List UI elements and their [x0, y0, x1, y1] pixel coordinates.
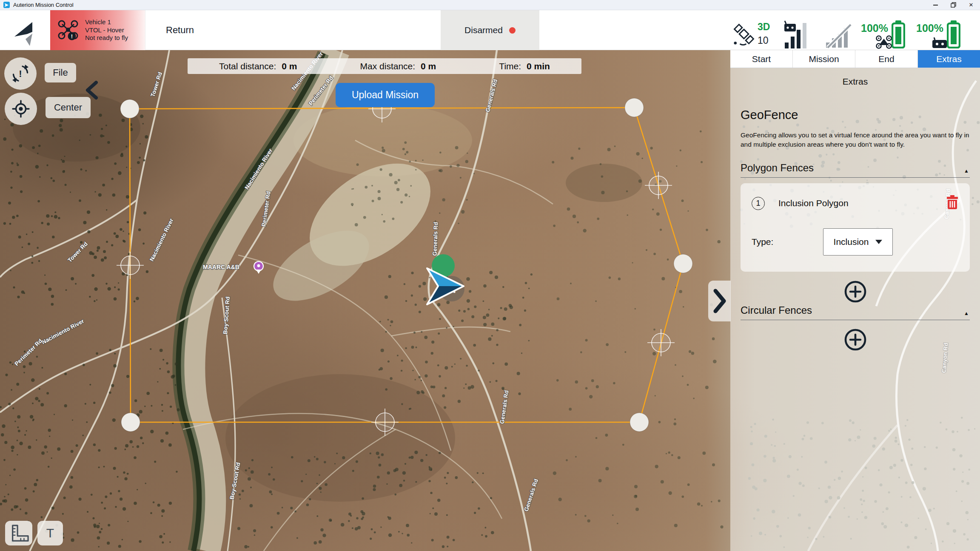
- return-button[interactable]: Return: [166, 10, 194, 50]
- road-label: Tower Rd: [149, 71, 163, 98]
- center-map-button[interactable]: Center: [46, 97, 91, 118]
- mission-stats-bar: Total distance:0 mMax distance:0 mTime:0…: [188, 58, 581, 74]
- geofence-title: GeoFence: [741, 108, 970, 122]
- drone-silhouette-icon: [875, 35, 892, 49]
- fence-vertex-handle[interactable]: [120, 99, 139, 118]
- gps-lock-status: 3D: [758, 21, 770, 33]
- tab-end[interactable]: End: [855, 50, 918, 68]
- circular-fences-label: Circular Fences: [741, 304, 812, 316]
- stat-item: Max distance:0 m: [360, 61, 436, 71]
- fence-index-badge: 1: [752, 197, 765, 210]
- svg-text:!: !: [71, 33, 73, 40]
- trash-icon: [946, 195, 959, 210]
- vehicle-status: Not ready to fly: [85, 34, 128, 42]
- plus-circle-icon: [843, 280, 867, 304]
- poi-label: MAARC A&B: [203, 264, 239, 270]
- fence-midpoint-handle[interactable]: [117, 252, 144, 279]
- collapse-up-icon[interactable]: ▲: [964, 310, 970, 316]
- disarmed-indicator-dot: [509, 27, 516, 34]
- tab-extras[interactable]: Extras: [918, 50, 980, 68]
- minimize-button[interactable]: [926, 0, 944, 10]
- locate-vehicle-button[interactable]: [5, 93, 37, 125]
- collapse-up-icon[interactable]: ▲: [964, 168, 970, 174]
- svg-text:!: !: [19, 68, 22, 79]
- tab-mission[interactable]: Mission: [793, 50, 855, 68]
- battery-icon[interactable]: [947, 20, 960, 48]
- fence-midpoint-handle[interactable]: [645, 172, 672, 199]
- sync-alert-icon: !: [11, 64, 30, 83]
- road-label: Nacimiento River: [148, 217, 175, 262]
- crosshair-locate-icon: [11, 99, 31, 119]
- file-button[interactable]: File: [45, 63, 76, 82]
- ruler-icon: [8, 523, 30, 543]
- circular-fences-section-header[interactable]: Circular Fences ▲: [741, 304, 970, 320]
- fence-type-label: Type:: [752, 237, 773, 247]
- upload-mission-button[interactable]: Upload Mission: [336, 83, 435, 107]
- vehicle-status-button[interactable]: ! Vehicle 1 VTOL - Hover Not ready to fl…: [50, 10, 145, 50]
- plan-tabs: StartMissionEndExtras: [730, 50, 980, 68]
- extras-panel: Extras GeoFence GeoFencing allows you to…: [730, 68, 980, 551]
- chevron-right-icon: [712, 286, 727, 316]
- road-label: Perimeter Rd: [13, 338, 43, 367]
- vehicle-battery-percent: 100%: [861, 22, 888, 34]
- battery-icon[interactable]: [892, 20, 905, 48]
- auterion-logo-icon[interactable]: [14, 22, 33, 50]
- road-label: Generals Rd: [432, 222, 439, 256]
- window-title: Auterion Mission Control: [13, 2, 74, 8]
- dropdown-caret-icon: [875, 240, 882, 244]
- road-label: Tower Rd: [66, 241, 89, 264]
- fence-type-dropdown[interactable]: Inclusion: [823, 228, 893, 256]
- road-label: Generals Rd: [499, 390, 510, 424]
- armed-status-label: Disarmed: [464, 25, 503, 35]
- fence-type-value: Inclusion: [834, 237, 869, 247]
- road-label: Generals Rd: [523, 478, 539, 512]
- sync-status-button[interactable]: !: [4, 57, 37, 90]
- text-annotation-button[interactable]: T: [37, 521, 63, 545]
- fence-vertex-handle[interactable]: [625, 98, 644, 117]
- stat-item: Time:0 min: [499, 61, 550, 71]
- fence-midpoint-handle[interactable]: [647, 329, 675, 356]
- toolbar-divider: [145, 10, 145, 50]
- close-button[interactable]: ✕: [962, 0, 980, 10]
- measure-tool-button[interactable]: [5, 521, 32, 545]
- road-label: Nacimiento River: [41, 318, 85, 345]
- fence-item-label: Inclusion Polygon: [778, 198, 849, 208]
- vehicle-mode: VTOL - Hover: [85, 26, 128, 34]
- vehicle-marker-layer: H: [427, 254, 464, 304]
- polygon-fences-label: Polygon Fences: [741, 162, 814, 174]
- window-titlebar: Auterion Mission Control ✕: [0, 0, 980, 10]
- controller-battery-percent: 100%: [916, 22, 943, 34]
- gps-satellite-count: 10: [758, 35, 769, 46]
- armed-status-button[interactable]: Disarmed: [441, 10, 539, 50]
- polygon-fences-section-header[interactable]: Polygon Fences ▲: [741, 162, 970, 178]
- app-logo-icon: [3, 2, 10, 8]
- panel-collapse-handle[interactable]: [708, 281, 731, 321]
- plus-circle-icon: [843, 328, 867, 352]
- tab-start[interactable]: Start: [730, 50, 793, 68]
- drone-warning-icon: !: [57, 18, 79, 42]
- fence-vertex-handle[interactable]: [630, 413, 649, 432]
- controller-silhouette-icon: [932, 37, 947, 48]
- terrain-patches: [13, 94, 642, 502]
- restore-icon: [951, 2, 956, 8]
- geofence-description: GeoFencing allows you to set a virtual f…: [741, 131, 970, 149]
- add-circular-fence-button[interactable]: [843, 328, 867, 352]
- panel-heading: Extras: [741, 77, 970, 87]
- delete-fence-button[interactable]: [946, 195, 959, 211]
- stat-item: Total distance:0 m: [219, 61, 297, 71]
- restore-button[interactable]: [944, 0, 962, 10]
- datalink-lost-icon[interactable]: [824, 23, 852, 48]
- fence-vertex-handle[interactable]: [121, 413, 140, 432]
- gps-satellite-icon[interactable]: [732, 20, 755, 48]
- fence-vertex-handle[interactable]: [674, 254, 692, 273]
- inclusion-polygon-card: 1 Inclusion Polygon Type: Inclusion: [741, 183, 970, 272]
- app-window: Tower RdTower RdNacimiento RiverNacimien…: [0, 0, 980, 551]
- rc-signal-icon[interactable]: [783, 20, 811, 49]
- main-toolbar: ! Vehicle 1 VTOL - Hover Not ready to fl…: [0, 10, 980, 50]
- add-polygon-fence-button[interactable]: [843, 280, 867, 304]
- road-label: Boy Scout Rd: [222, 296, 231, 334]
- vehicle-name: Vehicle 1: [85, 18, 128, 26]
